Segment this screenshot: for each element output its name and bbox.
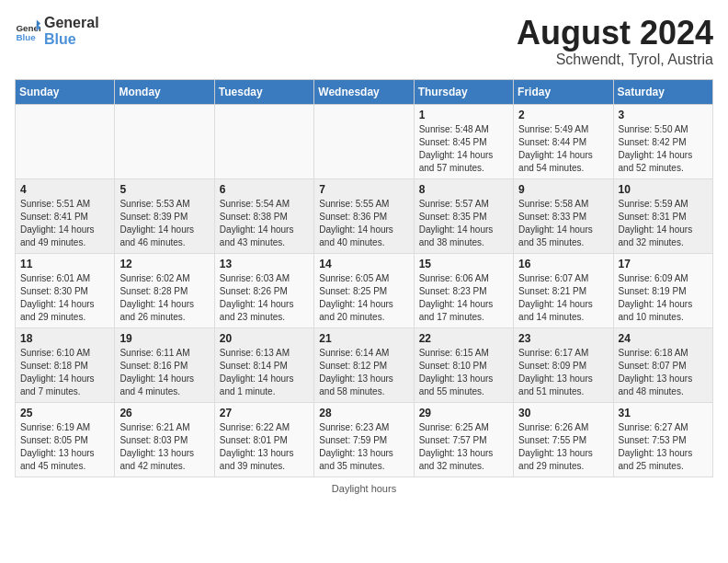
day-cell-25: 25Sunrise: 6:19 AM Sunset: 8:05 PM Dayli…	[16, 402, 115, 477]
day-info-3: Sunrise: 5:50 AM Sunset: 8:42 PM Dayligh…	[619, 123, 708, 175]
day-cell-26: 26Sunrise: 6:21 AM Sunset: 8:03 PM Dayli…	[115, 402, 214, 477]
empty-cell	[314, 104, 414, 178]
day-info-18: Sunrise: 6:10 AM Sunset: 8:18 PM Dayligh…	[20, 347, 109, 398]
day-info-1: Sunrise: 5:48 AM Sunset: 8:45 PM Dayligh…	[419, 123, 508, 175]
day-info-29: Sunrise: 6:25 AM Sunset: 7:57 PM Dayligh…	[419, 421, 508, 473]
day-number-21: 21	[319, 332, 408, 345]
col-header-tuesday: Tuesday	[214, 79, 313, 104]
day-info-17: Sunrise: 6:09 AM Sunset: 8:19 PM Dayligh…	[619, 272, 708, 324]
day-cell-8: 8Sunrise: 5:57 AM Sunset: 8:35 PM Daylig…	[414, 178, 513, 253]
day-number-17: 17	[619, 258, 708, 270]
day-cell-24: 24Sunrise: 6:18 AM Sunset: 8:07 PM Dayli…	[613, 327, 712, 402]
day-cell-11: 11Sunrise: 6:01 AM Sunset: 8:30 PM Dayli…	[16, 253, 115, 327]
day-number-31: 31	[619, 407, 708, 419]
day-info-21: Sunrise: 6:14 AM Sunset: 8:12 PM Dayligh…	[319, 347, 408, 398]
day-info-10: Sunrise: 5:59 AM Sunset: 8:31 PM Dayligh…	[619, 198, 708, 249]
day-cell-19: 19Sunrise: 6:11 AM Sunset: 8:16 PM Dayli…	[115, 327, 214, 402]
day-number-11: 11	[20, 258, 109, 270]
day-cell-13: 13Sunrise: 6:03 AM Sunset: 8:26 PM Dayli…	[214, 253, 313, 327]
day-info-12: Sunrise: 6:02 AM Sunset: 8:28 PM Dayligh…	[119, 272, 209, 324]
day-number-7: 7	[319, 183, 408, 196]
day-cell-15: 15Sunrise: 6:06 AM Sunset: 8:23 PM Dayli…	[414, 253, 513, 327]
day-info-5: Sunrise: 5:53 AM Sunset: 8:39 PM Dayligh…	[119, 198, 209, 249]
title-block: August 2024 Schwendt, Tyrol, Austria	[517, 15, 713, 68]
day-cell-20: 20Sunrise: 6:13 AM Sunset: 8:14 PM Dayli…	[214, 327, 313, 402]
day-number-26: 26	[119, 407, 209, 419]
sub-title: Schwendt, Tyrol, Austria	[517, 52, 713, 68]
col-header-sunday: Sunday	[16, 79, 115, 104]
day-cell-29: 29Sunrise: 6:25 AM Sunset: 7:57 PM Dayli…	[414, 402, 513, 477]
day-number-27: 27	[220, 407, 309, 419]
day-cell-22: 22Sunrise: 6:15 AM Sunset: 8:10 PM Dayli…	[414, 327, 513, 402]
col-header-saturday: Saturday	[613, 79, 712, 104]
col-header-monday: Monday	[115, 79, 214, 104]
empty-cell	[16, 104, 115, 178]
day-info-20: Sunrise: 6:13 AM Sunset: 8:14 PM Dayligh…	[220, 347, 309, 398]
col-header-thursday: Thursday	[414, 79, 513, 104]
day-cell-17: 17Sunrise: 6:09 AM Sunset: 8:19 PM Dayli…	[613, 253, 712, 327]
day-number-28: 28	[319, 407, 408, 419]
day-info-23: Sunrise: 6:17 AM Sunset: 8:09 PM Dayligh…	[518, 347, 608, 398]
day-number-25: 25	[20, 407, 109, 419]
day-number-14: 14	[319, 258, 408, 270]
logo-icon: General Blue	[15, 18, 40, 44]
day-cell-3: 3Sunrise: 5:50 AM Sunset: 8:42 PM Daylig…	[613, 104, 712, 178]
main-title: August 2024	[517, 15, 713, 52]
day-info-28: Sunrise: 6:23 AM Sunset: 7:59 PM Dayligh…	[319, 421, 408, 473]
day-info-7: Sunrise: 5:55 AM Sunset: 8:36 PM Dayligh…	[319, 198, 408, 249]
day-info-6: Sunrise: 5:54 AM Sunset: 8:38 PM Dayligh…	[220, 198, 309, 249]
day-cell-30: 30Sunrise: 6:26 AM Sunset: 7:55 PM Dayli…	[514, 402, 613, 477]
day-number-1: 1	[419, 109, 508, 121]
empty-cell	[115, 104, 214, 178]
day-cell-6: 6Sunrise: 5:54 AM Sunset: 8:38 PM Daylig…	[214, 178, 313, 253]
day-number-4: 4	[20, 183, 109, 196]
day-info-19: Sunrise: 6:11 AM Sunset: 8:16 PM Dayligh…	[119, 347, 209, 398]
day-number-5: 5	[119, 183, 209, 196]
day-info-14: Sunrise: 6:05 AM Sunset: 8:25 PM Dayligh…	[319, 272, 408, 324]
day-number-18: 18	[20, 332, 109, 345]
day-cell-12: 12Sunrise: 6:02 AM Sunset: 8:28 PM Dayli…	[115, 253, 214, 327]
day-info-11: Sunrise: 6:01 AM Sunset: 8:30 PM Dayligh…	[20, 272, 109, 324]
empty-cell	[214, 104, 313, 178]
day-info-4: Sunrise: 5:51 AM Sunset: 8:41 PM Dayligh…	[20, 198, 109, 249]
day-cell-27: 27Sunrise: 6:22 AM Sunset: 8:01 PM Dayli…	[214, 402, 313, 477]
day-info-30: Sunrise: 6:26 AM Sunset: 7:55 PM Dayligh…	[518, 421, 608, 473]
day-number-2: 2	[518, 109, 608, 121]
calendar-table: SundayMondayTuesdayWednesdayThursdayFrid…	[15, 79, 713, 477]
day-number-10: 10	[619, 183, 708, 196]
day-cell-2: 2Sunrise: 5:49 AM Sunset: 8:44 PM Daylig…	[514, 104, 613, 178]
day-number-29: 29	[419, 407, 508, 419]
day-number-16: 16	[518, 258, 608, 270]
col-header-wednesday: Wednesday	[314, 79, 414, 104]
day-number-22: 22	[419, 332, 508, 345]
day-number-24: 24	[619, 332, 708, 345]
day-number-9: 9	[518, 183, 608, 196]
week-row-2: 4Sunrise: 5:51 AM Sunset: 8:41 PM Daylig…	[16, 178, 713, 253]
day-cell-5: 5Sunrise: 5:53 AM Sunset: 8:39 PM Daylig…	[115, 178, 214, 253]
day-info-2: Sunrise: 5:49 AM Sunset: 8:44 PM Dayligh…	[518, 123, 608, 175]
day-cell-28: 28Sunrise: 6:23 AM Sunset: 7:59 PM Dayli…	[314, 402, 414, 477]
day-cell-9: 9Sunrise: 5:58 AM Sunset: 8:33 PM Daylig…	[514, 178, 613, 253]
day-number-13: 13	[220, 258, 309, 270]
day-cell-31: 31Sunrise: 6:27 AM Sunset: 7:53 PM Dayli…	[613, 402, 712, 477]
day-number-23: 23	[518, 332, 608, 345]
day-info-8: Sunrise: 5:57 AM Sunset: 8:35 PM Dayligh…	[419, 198, 508, 249]
day-number-12: 12	[119, 258, 209, 270]
logo-general: General	[44, 15, 99, 31]
day-info-13: Sunrise: 6:03 AM Sunset: 8:26 PM Dayligh…	[220, 272, 309, 324]
day-cell-16: 16Sunrise: 6:07 AM Sunset: 8:21 PM Dayli…	[514, 253, 613, 327]
day-info-27: Sunrise: 6:22 AM Sunset: 8:01 PM Dayligh…	[220, 421, 309, 473]
day-cell-14: 14Sunrise: 6:05 AM Sunset: 8:25 PM Dayli…	[314, 253, 414, 327]
day-info-15: Sunrise: 6:06 AM Sunset: 8:23 PM Dayligh…	[419, 272, 508, 324]
day-number-15: 15	[419, 258, 508, 270]
week-row-3: 11Sunrise: 6:01 AM Sunset: 8:30 PM Dayli…	[16, 253, 713, 327]
day-number-20: 20	[220, 332, 309, 345]
day-cell-10: 10Sunrise: 5:59 AM Sunset: 8:31 PM Dayli…	[613, 178, 712, 253]
day-cell-18: 18Sunrise: 6:10 AM Sunset: 8:18 PM Dayli…	[16, 327, 115, 402]
day-info-24: Sunrise: 6:18 AM Sunset: 8:07 PM Dayligh…	[619, 347, 708, 398]
day-info-26: Sunrise: 6:21 AM Sunset: 8:03 PM Dayligh…	[119, 421, 209, 473]
day-number-6: 6	[220, 183, 309, 196]
week-row-5: 25Sunrise: 6:19 AM Sunset: 8:05 PM Dayli…	[16, 402, 713, 477]
day-cell-1: 1Sunrise: 5:48 AM Sunset: 8:45 PM Daylig…	[414, 104, 513, 178]
day-number-19: 19	[119, 332, 209, 345]
